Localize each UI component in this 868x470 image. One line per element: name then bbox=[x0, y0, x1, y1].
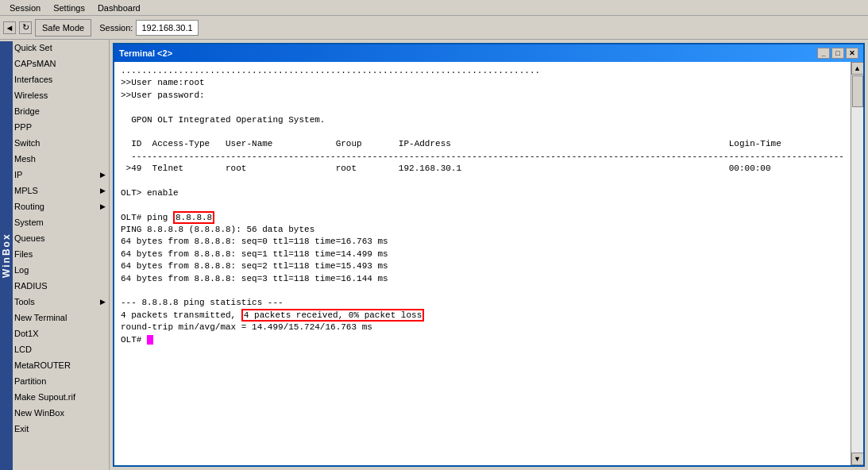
sidebar-item-capsman[interactable]: CAPsMAN bbox=[0, 56, 109, 71]
sidebar-label-mpls: MPLS bbox=[14, 186, 38, 195]
terminal-maximize-button[interactable]: □ bbox=[831, 48, 844, 59]
sidebar-label-ppp: PPP bbox=[14, 122, 32, 132]
sidebar-label-make-supout: Make Supout.rif bbox=[14, 392, 75, 402]
terminal-minimize-button[interactable]: _ bbox=[817, 48, 830, 59]
session-value: 192.168.30.1 bbox=[136, 20, 198, 36]
sidebar-label-new-winbox: New WinBox bbox=[14, 408, 64, 418]
sidebar-label-partition: Partition bbox=[14, 376, 46, 386]
sidebar-label-capsman: CAPsMAN bbox=[14, 59, 56, 68]
sidebar-item-new-winbox[interactable]: New WinBox bbox=[0, 405, 109, 421]
routing-arrow: ▶ bbox=[100, 202, 106, 210]
menu-bar: Session Settings Dashboard bbox=[0, 0, 868, 16]
sidebar-item-lcd[interactable]: LCD bbox=[0, 341, 109, 357]
sidebar-label-system: System bbox=[14, 218, 44, 227]
sidebar-item-queues[interactable]: Queues bbox=[0, 230, 109, 246]
sidebar-label-exit: Exit bbox=[14, 424, 29, 433]
sidebar-item-partition[interactable]: Partition bbox=[0, 373, 109, 389]
sidebar-item-log[interactable]: Log bbox=[0, 262, 109, 278]
terminal-title: Terminal <2> bbox=[119, 48, 172, 58]
refresh-button[interactable]: ↻ bbox=[19, 21, 32, 34]
sidebar-item-switch[interactable]: Switch bbox=[0, 135, 109, 151]
sidebar-item-interfaces[interactable]: Interfaces bbox=[0, 71, 109, 87]
scroll-up-button[interactable]: ▲ bbox=[851, 62, 864, 75]
ip-arrow: ▶ bbox=[100, 171, 106, 179]
terminal-close-button[interactable]: ✕ bbox=[846, 48, 858, 59]
sidebar-item-routing[interactable]: Routing ▶ bbox=[0, 198, 109, 214]
terminal-titlebar-buttons: _ □ ✕ bbox=[817, 48, 858, 59]
back-button[interactable]: ◄ bbox=[3, 21, 16, 34]
terminal-body-wrapper: ........................................… bbox=[114, 62, 863, 465]
sidebar-item-files[interactable]: Files bbox=[0, 246, 109, 262]
sidebar-label-bridge: Bridge bbox=[14, 106, 40, 116]
sidebar-label-files: Files bbox=[14, 249, 33, 259]
sidebar-item-quick-set[interactable]: Quick Set bbox=[0, 40, 109, 56]
session-label: Session: bbox=[99, 23, 133, 33]
sidebar-label-new-terminal: New Terminal bbox=[14, 313, 67, 322]
sidebar-item-system[interactable]: System bbox=[0, 214, 109, 230]
sidebar-item-tools[interactable]: Tools ▶ bbox=[0, 294, 109, 310]
sidebar-item-radius[interactable]: RADIUS bbox=[0, 278, 109, 294]
scroll-thumb[interactable] bbox=[852, 75, 863, 107]
toolbar: ◄ ↻ Safe Mode Session: 192.168.30.1 bbox=[0, 16, 868, 40]
sidebar: Quick Set CAPsMAN Interfaces Wireless Br… bbox=[0, 40, 110, 470]
sidebar-label-lcd: LCD bbox=[14, 345, 32, 354]
sidebar-label-metarouter: MetaROUTER bbox=[14, 360, 71, 370]
sidebar-item-wireless[interactable]: Wireless bbox=[0, 87, 109, 103]
sidebar-label-tools: Tools bbox=[14, 297, 35, 306]
sidebar-label-wireless: Wireless bbox=[14, 91, 48, 100]
sidebar-item-dot1x[interactable]: Dot1X bbox=[0, 326, 109, 341]
sidebar-label-ip: IP bbox=[14, 170, 22, 179]
tools-arrow: ▶ bbox=[100, 298, 106, 306]
sidebar-item-mpls[interactable]: MPLS ▶ bbox=[0, 183, 109, 198]
terminal-body[interactable]: ........................................… bbox=[114, 62, 851, 465]
sidebar-item-exit[interactable]: Exit bbox=[0, 421, 109, 437]
sidebar-label-routing: Routing bbox=[14, 202, 44, 211]
terminal-titlebar: Terminal <2> _ □ ✕ bbox=[114, 44, 863, 62]
menu-session[interactable]: Session bbox=[3, 2, 47, 14]
menu-settings[interactable]: Settings bbox=[47, 2, 91, 14]
sidebar-label-switch: Switch bbox=[14, 138, 40, 148]
sidebar-item-make-supout[interactable]: Make Supout.rif bbox=[0, 389, 109, 405]
sidebar-label-log: Log bbox=[14, 265, 29, 275]
sidebar-label-radius: RADIUS bbox=[14, 281, 48, 291]
menu-dashboard[interactable]: Dashboard bbox=[91, 2, 147, 14]
sidebar-label-mesh: Mesh bbox=[14, 154, 36, 164]
winbox-label: WinBox bbox=[0, 41, 13, 470]
sidebar-item-new-terminal[interactable]: New Terminal bbox=[0, 310, 109, 326]
sidebar-item-ppp[interactable]: PPP bbox=[0, 119, 109, 135]
main-layout: Quick Set CAPsMAN Interfaces Wireless Br… bbox=[0, 40, 868, 470]
scroll-down-button[interactable]: ▼ bbox=[851, 453, 864, 465]
sidebar-item-metarouter[interactable]: MetaROUTER bbox=[0, 357, 109, 373]
scroll-track bbox=[851, 75, 863, 453]
terminal-scrollbar: ▲ ▼ bbox=[851, 62, 863, 465]
content-area: Terminal <2> _ □ ✕ .....................… bbox=[110, 40, 868, 470]
sidebar-label-dot1x: Dot1X bbox=[14, 329, 39, 338]
sidebar-label-interfaces: Interfaces bbox=[14, 75, 52, 84]
sidebar-label-queues: Queues bbox=[14, 233, 45, 243]
sidebar-item-bridge[interactable]: Bridge bbox=[0, 103, 109, 119]
safe-mode-button[interactable]: Safe Mode bbox=[35, 19, 91, 37]
mpls-arrow: ▶ bbox=[100, 187, 106, 195]
sidebar-item-ip[interactable]: IP ▶ bbox=[0, 167, 109, 183]
sidebar-label-quick-set: Quick Set bbox=[14, 43, 52, 52]
sidebar-item-mesh[interactable]: Mesh bbox=[0, 151, 109, 167]
terminal-window: Terminal <2> _ □ ✕ .....................… bbox=[113, 43, 865, 467]
